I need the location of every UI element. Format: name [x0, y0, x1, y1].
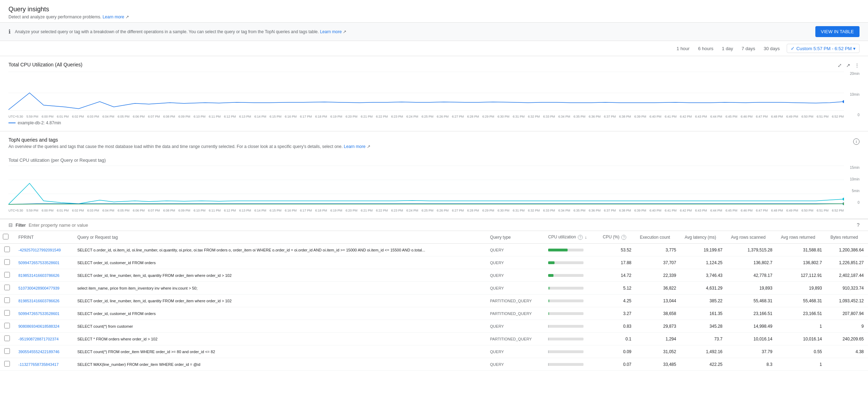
- avg-rows-scanned-cell-8: 37.79: [727, 345, 776, 358]
- time-btn-1hour[interactable]: 1 hour: [675, 44, 691, 53]
- x-label-605: 6:05 PM: [118, 115, 130, 118]
- table-row[interactable]: 5107300428900477939 select item_name, pr…: [0, 282, 868, 295]
- fprint-cell-7: -951908728871702374: [14, 333, 73, 345]
- avg-rows-returned-cell-7: 10,016.14: [776, 333, 826, 345]
- table-row[interactable]: 8198531416603786626 SELECT order_id, lin…: [0, 269, 868, 282]
- filter-input[interactable]: [29, 222, 854, 228]
- row-checkbox-cell-5: [0, 307, 14, 320]
- table-row[interactable]: -951908728871702374 SELECT * FROM orders…: [0, 333, 868, 345]
- cpu-bar-container-4: [548, 299, 583, 302]
- fprint-link-0[interactable]: -4292570127992091549: [18, 248, 61, 252]
- fprint-link-7[interactable]: -951908728871702374: [18, 337, 59, 341]
- cpu-pct-help-icon[interactable]: ?: [621, 235, 626, 240]
- table-body: -4292570127992091549 SELECT o.order_id, …: [0, 244, 868, 371]
- filter-help-icon[interactable]: ?: [857, 222, 860, 228]
- avg-rows-scanned-cell-5: 23,166.51: [727, 307, 776, 320]
- bytes-returned-cell-5: 207,807.94: [826, 307, 868, 320]
- chart-download-icon[interactable]: ↗: [846, 63, 850, 68]
- table-row[interactable]: 5099472657533528601 SELECT order_id, cus…: [0, 307, 868, 320]
- time-custom-selector[interactable]: ✓ Custom 5:57 PM - 6:52 PM ▾: [787, 44, 860, 53]
- avg-rows-scanned-cell-4: 55,468.31: [727, 295, 776, 307]
- avg-rows-returned-cell-8: 0.55: [776, 345, 826, 358]
- fprint-link-8[interactable]: 3905545552422189746: [18, 350, 59, 354]
- bytes-returned-cell-3: 910,323.74: [826, 282, 868, 295]
- chart-more-icon[interactable]: ⋮: [855, 63, 860, 68]
- row-checkbox-4[interactable]: [4, 297, 10, 303]
- x-label-601: 6:01 PM: [57, 115, 69, 118]
- x-label-647: 6:47 PM: [756, 115, 768, 118]
- fprint-link-1[interactable]: 5099472657533528601: [18, 261, 59, 265]
- x-label-600: 6:00 PM: [42, 115, 54, 118]
- fprint-link-3[interactable]: 5107300428900477939: [18, 286, 59, 290]
- time-btn-7days[interactable]: 7 days: [740, 44, 756, 53]
- table-row[interactable]: 3905545552422189746 SELECT count(*) FROM…: [0, 345, 868, 358]
- view-in-table-button[interactable]: VIEW IN TABLE: [815, 26, 860, 37]
- row-checkbox-3[interactable]: [4, 285, 10, 290]
- row-checkbox-cell-8: [0, 345, 14, 358]
- cpu-pct-cell-7: 0.1: [599, 333, 636, 345]
- filter-bar: ⊟ Filter ?: [0, 219, 868, 231]
- cpu-sort-icon[interactable]: ↓: [585, 235, 587, 240]
- topn-learn-more[interactable]: Learn more: [344, 144, 365, 149]
- cpu-util-cell-6: [544, 320, 598, 333]
- topn-cpu-chart: [8, 166, 844, 208]
- table-row[interactable]: -4292570127992091549 SELECT o.order_id, …: [0, 244, 868, 256]
- row-checkbox-8[interactable]: [4, 348, 10, 354]
- select-all-checkbox[interactable]: [3, 234, 8, 239]
- fprint-link-9[interactable]: -113277658735843417: [18, 362, 59, 367]
- chart-legend: example-db-2: 4.87min: [8, 120, 860, 125]
- x-label-639: 6:39 PM: [634, 115, 646, 118]
- avg-rows-returned-cell-1: 136,802.7: [776, 256, 826, 269]
- topn-info-icon[interactable]: i: [853, 138, 860, 145]
- banner-learn-more-link[interactable]: Learn more: [320, 29, 341, 34]
- query-text-4: SELECT order_id, line_number, item_id, q…: [77, 299, 232, 303]
- x-label-648: 6:48 PM: [771, 115, 783, 118]
- table-row[interactable]: -113277658735843417 SELECT MAX(line_numb…: [0, 358, 868, 371]
- x-label-642: 6:42 PM: [680, 115, 692, 118]
- query-type-cell-9: QUERY: [486, 358, 544, 371]
- row-checkbox-7[interactable]: [4, 335, 10, 341]
- exec-count-cell-7: 1,294: [636, 333, 681, 345]
- bytes-returned-cell-7: 240,209.65: [826, 333, 868, 345]
- banner-text: Analyze your selected query or tag with …: [15, 29, 811, 34]
- table-row[interactable]: 8198531416603786626 SELECT order_id, lin…: [0, 295, 868, 307]
- time-btn-6hours[interactable]: 6 hours: [697, 44, 715, 53]
- col-avg-latency: Avg latency (ms): [680, 231, 727, 244]
- time-btn-1day[interactable]: 1 day: [721, 44, 735, 53]
- col-cpu-util: CPU utilization ? ↓: [544, 231, 598, 244]
- time-btn-30days[interactable]: 30 days: [762, 44, 781, 53]
- row-checkbox-9[interactable]: [4, 361, 10, 367]
- cpu-bar-5: [548, 312, 549, 315]
- query-type-3: QUERY: [490, 286, 504, 290]
- cpu-util-cell-2: [544, 269, 598, 282]
- query-type-0: QUERY: [490, 248, 504, 252]
- svg-point-8: [843, 198, 844, 201]
- info-banner: ℹ Analyze your selected query or tag wit…: [0, 23, 868, 41]
- chart-expand-icon[interactable]: ⤢: [838, 63, 842, 68]
- x-label-611: 6:11 PM: [209, 115, 221, 118]
- row-checkbox-1[interactable]: [4, 259, 10, 265]
- cpu-util-help-icon[interactable]: ?: [578, 235, 583, 240]
- table-row[interactable]: 5099472657533528601 SELECT order_id, cus…: [0, 256, 868, 269]
- fprint-link-2[interactable]: 8198531416603786626: [18, 273, 59, 278]
- topn-x-utc: UTC+5:30: [8, 209, 23, 212]
- row-checkbox-0[interactable]: [4, 246, 10, 252]
- table-row[interactable]: 9080869340618588324 SELECT count(*) from…: [0, 320, 868, 333]
- fprint-link-5[interactable]: 5099472657533528601: [18, 311, 59, 316]
- x-label-632: 6:32 PM: [528, 115, 540, 118]
- fprint-link-4[interactable]: 8198531416603786626: [18, 299, 59, 303]
- row-checkbox-2[interactable]: [4, 272, 10, 278]
- row-checkbox-5[interactable]: [4, 310, 10, 316]
- fprint-link-6[interactable]: 9080869340618588324: [18, 324, 59, 328]
- avg-latency-cell-6: 345.28: [680, 320, 727, 333]
- row-checkbox-cell-6: [0, 320, 14, 333]
- page-header: Query insights Detect and analyze query …: [0, 0, 868, 23]
- x-label-626: 6:26 PM: [437, 115, 449, 118]
- row-checkbox-6[interactable]: [4, 323, 10, 328]
- cpu-bar-8: [548, 350, 549, 353]
- learn-more-link-1[interactable]: Learn more: [102, 14, 124, 19]
- query-text-5: SELECT order_id, customer_id FROM orders: [77, 311, 156, 316]
- query-text-9: SELECT MAX(line_number) FROM order_item …: [77, 362, 200, 367]
- avg-rows-scanned-cell-7: 10,016.14: [727, 333, 776, 345]
- cpu-util-cell-5: [544, 307, 598, 320]
